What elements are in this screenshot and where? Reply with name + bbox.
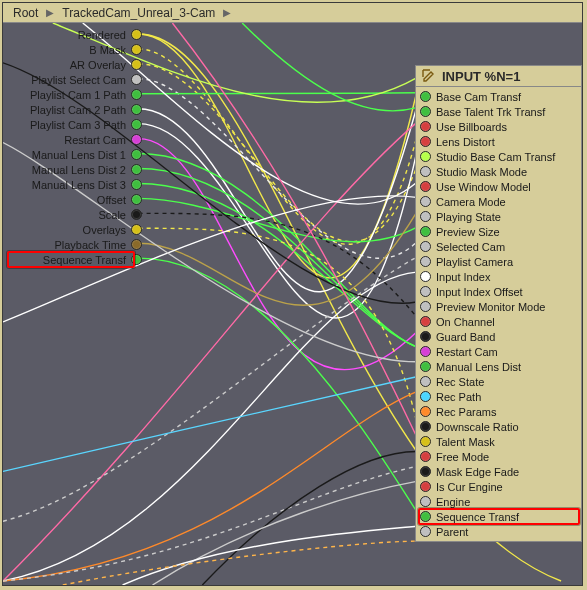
breadcrumb-item[interactable]: TrackedCam_Unreal_3-Cam: [58, 6, 219, 20]
port-dot-icon[interactable]: [131, 149, 142, 160]
breadcrumb[interactable]: Root ▶ TrackedCam_Unreal_3-Cam ▶: [3, 3, 582, 23]
port-dot-icon[interactable]: [420, 496, 431, 507]
port-dot-icon[interactable]: [420, 436, 431, 447]
port-dot-icon[interactable]: [131, 254, 142, 265]
input-port[interactable]: Studio Base Cam Transf: [416, 149, 581, 164]
port-dot-icon[interactable]: [420, 361, 431, 372]
port-dot-icon[interactable]: [420, 166, 431, 177]
output-port[interactable]: Manual Lens Dist 2: [3, 162, 146, 177]
port-dot-icon[interactable]: [420, 121, 431, 132]
port-dot-icon[interactable]: [131, 209, 142, 220]
port-dot-icon[interactable]: [131, 89, 142, 100]
port-dot-icon[interactable]: [131, 134, 142, 145]
port-dot-icon[interactable]: [420, 151, 431, 162]
port-dot-icon[interactable]: [420, 241, 431, 252]
input-port[interactable]: Restart Cam: [416, 344, 581, 359]
port-dot-icon[interactable]: [131, 239, 142, 250]
port-dot-icon[interactable]: [131, 194, 142, 205]
port-dot-icon[interactable]: [420, 406, 431, 417]
output-port[interactable]: Playlist Cam 1 Path: [3, 87, 146, 102]
input-port[interactable]: Rec State: [416, 374, 581, 389]
port-dot-icon[interactable]: [131, 29, 142, 40]
port-dot-icon[interactable]: [420, 136, 431, 147]
port-dot-icon[interactable]: [420, 481, 431, 492]
port-dot-icon[interactable]: [420, 286, 431, 297]
input-port[interactable]: Rec Path: [416, 389, 581, 404]
input-port[interactable]: On Channel: [416, 314, 581, 329]
port-dot-icon[interactable]: [420, 526, 431, 537]
port-dot-icon[interactable]: [420, 466, 431, 477]
port-dot-icon[interactable]: [131, 179, 142, 190]
output-port[interactable]: Rendered: [3, 27, 146, 42]
output-port[interactable]: Scale: [3, 207, 146, 222]
port-dot-icon[interactable]: [420, 211, 431, 222]
output-port[interactable]: Playback Time: [3, 237, 146, 252]
input-node-title[interactable]: INPUT %N=1: [415, 65, 582, 87]
input-port[interactable]: Preview Monitor Mode: [416, 299, 581, 314]
port-dot-icon[interactable]: [420, 511, 431, 522]
input-port[interactable]: Manual Lens Dist: [416, 359, 581, 374]
port-dot-icon[interactable]: [420, 106, 431, 117]
breadcrumb-root[interactable]: Root: [9, 6, 42, 20]
input-port[interactable]: Playing State: [416, 209, 581, 224]
input-port[interactable]: Engine: [416, 494, 581, 509]
port-dot-icon[interactable]: [131, 104, 142, 115]
port-dot-icon[interactable]: [420, 346, 431, 357]
port-dot-icon[interactable]: [420, 421, 431, 432]
input-port[interactable]: Studio Mask Mode: [416, 164, 581, 179]
input-port[interactable]: Base Talent Trk Transf: [416, 104, 581, 119]
input-port[interactable]: Preview Size: [416, 224, 581, 239]
output-port[interactable]: Playlist Cam 2 Path: [3, 102, 146, 117]
port-dot-icon[interactable]: [420, 376, 431, 387]
port-dot-icon[interactable]: [420, 91, 431, 102]
input-node-body: Base Cam TransfBase Talent Trk TransfUse…: [415, 87, 582, 542]
input-port[interactable]: Talent Mask: [416, 434, 581, 449]
input-node[interactable]: INPUT %N=1 Base Cam TransfBase Talent Tr…: [415, 65, 582, 542]
port-dot-icon[interactable]: [131, 44, 142, 55]
node-graph-canvas[interactable]: RenderedB MaskAR OverlayPlaylist Select …: [3, 23, 582, 585]
input-port[interactable]: Selected Cam: [416, 239, 581, 254]
port-dot-icon[interactable]: [420, 181, 431, 192]
port-dot-icon[interactable]: [131, 74, 142, 85]
input-port[interactable]: Input Index Offset: [416, 284, 581, 299]
port-dot-icon[interactable]: [420, 271, 431, 282]
port-dot-icon[interactable]: [420, 391, 431, 402]
input-port[interactable]: Mask Edge Fade: [416, 464, 581, 479]
port-dot-icon[interactable]: [420, 196, 431, 207]
input-port[interactable]: Sequence Transf: [416, 509, 581, 524]
input-port[interactable]: Playlist Camera: [416, 254, 581, 269]
output-port[interactable]: AR Overlay: [3, 57, 146, 72]
input-port[interactable]: Guard Band: [416, 329, 581, 344]
port-dot-icon[interactable]: [131, 59, 142, 70]
port-dot-icon[interactable]: [131, 224, 142, 235]
output-port[interactable]: Manual Lens Dist 3: [3, 177, 146, 192]
input-port[interactable]: Use Window Model: [416, 179, 581, 194]
input-port[interactable]: Free Mode: [416, 449, 581, 464]
input-port[interactable]: Downscale Ratio: [416, 419, 581, 434]
output-port[interactable]: B Mask: [3, 42, 146, 57]
port-dot-icon[interactable]: [420, 331, 431, 342]
input-port[interactable]: Rec Params: [416, 404, 581, 419]
input-port[interactable]: Is Cur Engine: [416, 479, 581, 494]
port-dot-icon[interactable]: [420, 451, 431, 462]
port-dot-icon[interactable]: [420, 226, 431, 237]
port-dot-icon[interactable]: [131, 119, 142, 130]
output-node[interactable]: RenderedB MaskAR OverlayPlaylist Select …: [3, 27, 146, 267]
port-dot-icon[interactable]: [420, 256, 431, 267]
input-port[interactable]: Input Index: [416, 269, 581, 284]
port-dot-icon[interactable]: [420, 301, 431, 312]
output-port[interactable]: Overlays: [3, 222, 146, 237]
input-port[interactable]: Use Billboards: [416, 119, 581, 134]
output-port[interactable]: Playlist Cam 3 Path: [3, 117, 146, 132]
port-dot-icon[interactable]: [131, 164, 142, 175]
output-port[interactable]: Playlist Select Cam: [3, 72, 146, 87]
output-port[interactable]: Manual Lens Dist 1: [3, 147, 146, 162]
input-port[interactable]: Lens Distort: [416, 134, 581, 149]
input-port[interactable]: Base Cam Transf: [416, 89, 581, 104]
output-port[interactable]: Sequence Transf: [3, 252, 146, 267]
output-port[interactable]: Restart Cam: [3, 132, 146, 147]
input-port[interactable]: Parent: [416, 524, 581, 539]
port-dot-icon[interactable]: [420, 316, 431, 327]
input-port[interactable]: Camera Mode: [416, 194, 581, 209]
output-port[interactable]: Offset: [3, 192, 146, 207]
